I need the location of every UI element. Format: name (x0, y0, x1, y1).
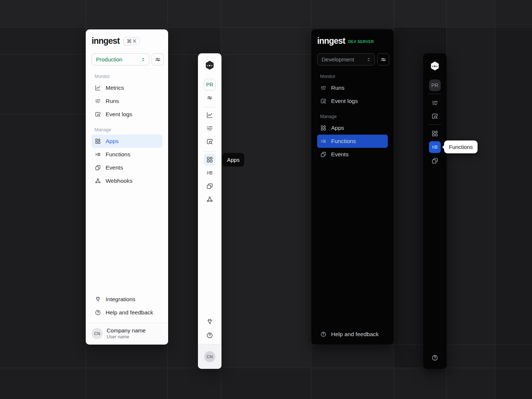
runs-icon (320, 85, 327, 91)
cmd-icon: ⌘ (127, 38, 132, 44)
nav-item-apps[interactable]: Apps (92, 135, 162, 148)
section-label-manage: Manage (317, 114, 388, 119)
filter-button[interactable] (152, 53, 164, 65)
runs-icon (431, 99, 439, 107)
inngest-hexagon-logo (429, 61, 440, 72)
integrations-icon (95, 296, 101, 303)
divider (428, 124, 441, 125)
canvas: inngest ⌘ K Production Monitor Metrics (0, 0, 532, 399)
grid-line (495, 0, 495, 399)
chevron-updown-icon (366, 57, 372, 63)
event-logs-icon (206, 138, 213, 145)
functions-icon (431, 143, 439, 151)
environment-selector[interactable]: Development (317, 53, 375, 65)
filter-sliders-icon (380, 56, 387, 63)
nav-item-apps[interactable] (429, 128, 441, 139)
manage-items: Apps Functions Events Webhooks (86, 135, 168, 188)
nav-item-apps[interactable]: Apps (317, 121, 388, 135)
user-name: User name (107, 334, 146, 339)
nav-item-runs[interactable] (204, 122, 216, 134)
nav-item-functions[interactable] (429, 141, 441, 153)
metrics-icon (95, 85, 101, 91)
grid-line (0, 27, 532, 28)
account-menu[interactable]: CN (198, 344, 221, 369)
filter-sliders-icon (206, 95, 213, 101)
nav-item-runs[interactable]: Runs (317, 81, 388, 95)
events-icon (320, 151, 327, 158)
filter-sliders-icon (155, 56, 161, 63)
nav-item-label: Apps (106, 138, 118, 145)
nav-item-label: Functions (331, 138, 356, 145)
metrics-icon (206, 111, 213, 119)
nav-item-webhooks[interactable] (204, 193, 216, 205)
nav-item-label: Event logs (331, 98, 358, 104)
apps-icon (320, 125, 327, 131)
nav-item-label: Webhooks (106, 178, 132, 184)
nav-item-label: Event logs (106, 111, 132, 118)
events-icon (95, 164, 101, 171)
divider (203, 151, 216, 152)
monitor-items: Runs Event logs (311, 81, 394, 108)
brand-row: inngest ⌘ K (86, 29, 168, 46)
filter-button[interactable] (377, 53, 389, 65)
integrations-icon (206, 318, 213, 325)
nav-item-integrations[interactable]: Integrations (92, 293, 162, 306)
nav-item-functions[interactable]: Functions (92, 148, 162, 161)
env-badge[interactable]: PR (429, 79, 441, 91)
tooltip-apps: Apps (222, 153, 244, 167)
nav-item-event-logs[interactable] (204, 136, 216, 147)
tooltip-functions: Functions (444, 140, 478, 153)
nav-item-help-and-feedback[interactable] (204, 329, 216, 341)
cmd-k-shortcut: ⌘ K (123, 37, 140, 45)
nav-item-label: Integrations (106, 296, 135, 303)
webhooks-icon (206, 196, 213, 203)
nav-item-label: Runs (331, 85, 344, 91)
webhooks-icon (95, 178, 101, 184)
env-badge[interactable]: PR (204, 79, 216, 90)
nav-item-events[interactable]: Events (317, 148, 388, 161)
sidebar-light-expanded: inngest ⌘ K Production Monitor Metrics (86, 29, 168, 345)
nav-item-label: Functions (106, 151, 130, 158)
grid-line (311, 345, 532, 345)
nav-item-functions[interactable]: Functions (317, 135, 388, 148)
environment-selector[interactable]: Production (92, 53, 149, 65)
events-icon (431, 157, 439, 164)
nav-item-help-and-feedback[interactable] (429, 352, 441, 364)
filter-button[interactable] (204, 92, 216, 104)
nav-item-metrics[interactable]: Metrics (92, 81, 162, 95)
help-icon (320, 331, 327, 338)
help-icon (95, 309, 101, 316)
nav-item-runs[interactable]: Runs (92, 95, 162, 108)
help-icon (206, 332, 213, 339)
nav-item-event-logs[interactable]: Event logs (317, 95, 388, 108)
nav-item-webhooks[interactable]: Webhooks (92, 174, 162, 188)
company-name: Company name (107, 327, 146, 334)
environment-row: Production (92, 53, 164, 65)
nav-item-help-and-feedback[interactable]: Help and feedback (92, 306, 162, 319)
nav-item-functions[interactable] (204, 167, 216, 179)
nav-item-runs[interactable] (429, 97, 441, 109)
nav-item-label: Runs (106, 98, 119, 104)
nav-item-events[interactable] (429, 155, 441, 167)
nav-item-event-logs[interactable]: Event logs (92, 108, 162, 121)
runs-icon (206, 125, 213, 132)
nav-item-events[interactable]: Events (92, 161, 162, 174)
event-logs-icon (431, 113, 439, 120)
nav-item-help-and-feedback[interactable]: Help and feedback (317, 328, 388, 341)
avatar: CN (204, 351, 215, 362)
inngest-logo: inngest (317, 36, 345, 46)
nav-item-apps[interactable] (204, 154, 216, 165)
account-menu[interactable]: CN Company name User name (86, 323, 168, 345)
spacer (86, 188, 168, 291)
section-label-monitor: Monitor (317, 74, 388, 79)
nav-item-metrics[interactable] (204, 109, 216, 121)
functions-icon (95, 151, 101, 158)
nav-item-integrations[interactable] (204, 316, 216, 328)
nav-item-events[interactable] (204, 180, 216, 192)
nav-item-event-logs[interactable] (429, 110, 441, 122)
brand-row: inngest DEV SERVER (311, 29, 394, 46)
avatar: CN (92, 328, 103, 339)
sidebar-light-collapsed: PR CN (198, 53, 221, 369)
sidebar-dark-collapsed: PR Functions (423, 53, 447, 369)
apps-icon (431, 130, 439, 137)
